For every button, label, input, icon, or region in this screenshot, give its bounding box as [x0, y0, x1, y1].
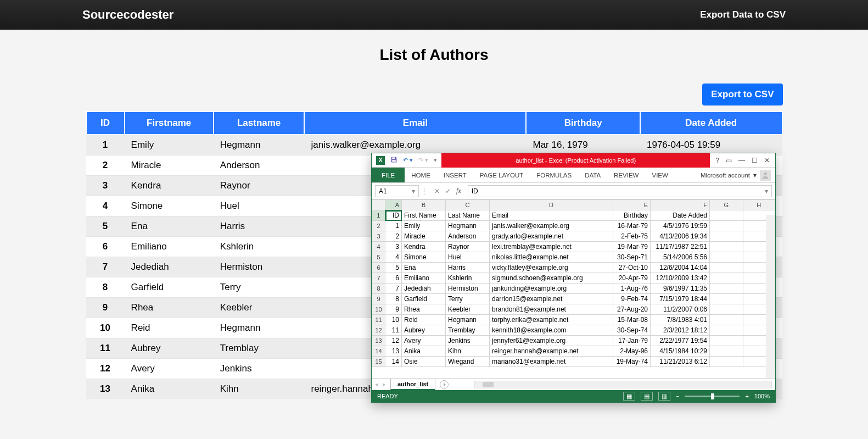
excel-cell[interactable]: 1-Aug-76	[613, 284, 651, 294]
excel-cell[interactable]: Garfield	[402, 294, 446, 304]
excel-cell[interactable]: Huel	[446, 252, 490, 263]
excel-cell[interactable]: 11	[385, 325, 402, 336]
help-icon[interactable]: ?	[715, 157, 719, 164]
excel-cell[interactable]: 17-Jan-79	[613, 336, 651, 346]
excel-cell[interactable]: Harris	[446, 263, 490, 273]
excel-cell[interactable]: 5/14/2006 5:56	[651, 252, 710, 263]
excel-cell[interactable]: 19-May-74	[613, 357, 651, 367]
column-letter[interactable]: C	[446, 200, 490, 210]
tab-formulas[interactable]: FORMULAS	[530, 168, 578, 182]
excel-cell[interactable]: First Name	[402, 210, 446, 221]
cancel-formula-icon[interactable]: ✕	[434, 187, 440, 195]
excel-cell[interactable]: 1	[385, 221, 402, 231]
excel-cell[interactable]: 30-Sep-74	[613, 325, 651, 336]
zoom-slider[interactable]	[685, 396, 740, 397]
row-number[interactable]: 12	[372, 325, 385, 336]
export-csv-button[interactable]: Export to CSV	[702, 84, 782, 105]
undo-icon[interactable]: ↶ ▾	[403, 157, 413, 164]
excel-cell[interactable]: 10	[385, 315, 402, 325]
row-number[interactable]: 14	[372, 346, 385, 357]
excel-cell[interactable]: 3	[385, 242, 402, 252]
row-number[interactable]: 5	[372, 252, 385, 263]
tab-file[interactable]: FILE	[372, 168, 405, 182]
row-number[interactable]: 10	[372, 304, 385, 315]
redo-icon[interactable]: ↷ ▾	[418, 157, 428, 164]
horizontal-scrollbar[interactable]	[474, 381, 772, 388]
sheet-nav-next-icon[interactable]: ▸	[383, 381, 386, 388]
excel-cell[interactable]: grady.arlo@example.net	[490, 231, 613, 242]
excel-cell[interactable]: Anika	[402, 346, 446, 357]
excel-cell[interactable]	[710, 357, 743, 367]
excel-cell[interactable]	[710, 231, 743, 242]
excel-cell[interactable]: jankunding@example.org	[490, 284, 613, 294]
excel-cell[interactable]	[710, 315, 743, 325]
excel-titlebar[interactable]: X ↶ ▾ ↷ ▾ ▾ author_list - Excel (Product…	[372, 153, 775, 168]
excel-cell[interactable]: 4/15/1984 10:29	[651, 346, 710, 357]
excel-cell[interactable]	[710, 294, 743, 304]
excel-cell[interactable]: Jedediah	[402, 284, 446, 294]
excel-cell[interactable]: 15-Mar-08	[613, 315, 651, 325]
excel-cell[interactable]: Avery	[402, 336, 446, 346]
row-number[interactable]: 11	[372, 315, 385, 325]
excel-cell[interactable]: 11/21/2013 6:12	[651, 357, 710, 367]
excel-cell[interactable]: janis.walker@example.org	[490, 221, 613, 231]
excel-cell[interactable]: reinger.hannah@example.net	[490, 346, 613, 357]
excel-cell[interactable]: Osie	[402, 357, 446, 367]
excel-cell[interactable]	[710, 252, 743, 263]
sheet-nav-prev-icon[interactable]: ◂	[375, 381, 378, 388]
excel-cell[interactable]: Aubrey	[402, 325, 446, 336]
excel-cell[interactable]: 8	[385, 294, 402, 304]
excel-cell[interactable]: sigmund.schoen@example.org	[490, 273, 613, 284]
row-number[interactable]: 1	[372, 210, 385, 221]
excel-cell[interactable]: Keebler	[446, 304, 490, 315]
excel-cell[interactable]: 9	[385, 304, 402, 315]
zoom-in-icon[interactable]: +	[745, 393, 748, 399]
excel-cell[interactable]: Hermiston	[446, 284, 490, 294]
close-icon[interactable]: ✕	[764, 157, 770, 164]
zoom-out-icon[interactable]: −	[676, 393, 679, 399]
excel-cell[interactable]: Ena	[402, 263, 446, 273]
excel-cell[interactable]: Terry	[446, 294, 490, 304]
column-letter[interactable]: E	[613, 200, 651, 210]
column-letter[interactable]: G	[710, 200, 743, 210]
excel-cell[interactable]: Kendra	[402, 242, 446, 252]
normal-view-icon[interactable]: ▦	[623, 392, 635, 401]
column-letter[interactable]: B	[402, 200, 446, 210]
excel-cell[interactable]: Email	[490, 210, 613, 221]
excel-cell[interactable]: 7/15/1979 18:44	[651, 294, 710, 304]
excel-cell[interactable]: Last Name	[446, 210, 490, 221]
excel-cell[interactable]: kennith18@example.com	[490, 325, 613, 336]
excel-cell[interactable]: 7/8/1983 4:01	[651, 315, 710, 325]
excel-cell[interactable]	[710, 242, 743, 252]
excel-cell[interactable]: Simone	[402, 252, 446, 263]
column-letter[interactable]: D	[490, 200, 613, 210]
excel-cell[interactable]: 12/10/2009 13:42	[651, 273, 710, 284]
navbar-brand[interactable]: Sourcecodester	[82, 8, 173, 22]
save-icon[interactable]	[390, 156, 397, 164]
minimize-icon[interactable]: —	[738, 157, 745, 164]
select-all-corner[interactable]	[372, 200, 385, 210]
excel-cell[interactable]: 27-Aug-20	[613, 304, 651, 315]
excel-cell[interactable]: 30-Sep-71	[613, 252, 651, 263]
column-letter[interactable]: A	[385, 200, 402, 210]
excel-cell[interactable]	[710, 325, 743, 336]
account-menu[interactable]: Microsoft account▾	[701, 168, 775, 182]
excel-cell[interactable]: 6	[385, 273, 402, 284]
excel-cell[interactable]: 2	[385, 231, 402, 242]
sheet-tab[interactable]: author_list	[390, 379, 435, 390]
ribbon-display-icon[interactable]: ▭	[726, 157, 732, 164]
excel-cell[interactable]: ID	[385, 210, 402, 221]
excel-cell[interactable]: Wiegand	[446, 357, 490, 367]
fx-icon[interactable]: fx	[456, 187, 461, 195]
excel-cell[interactable]: Kshlerin	[446, 273, 490, 284]
excel-cell[interactable]: Hegmann	[446, 221, 490, 231]
excel-cell[interactable]	[710, 336, 743, 346]
row-number[interactable]: 6	[372, 263, 385, 273]
row-number[interactable]: 15	[372, 357, 385, 367]
excel-cell[interactable]: Date Added	[651, 210, 710, 221]
excel-cell[interactable]: 11/17/1987 22:51	[651, 242, 710, 252]
excel-cell[interactable]: 20-Apr-79	[613, 273, 651, 284]
excel-cell[interactable]: Miracle	[402, 231, 446, 242]
row-number[interactable]: 8	[372, 284, 385, 294]
excel-cell[interactable]: Hegmann	[446, 315, 490, 325]
